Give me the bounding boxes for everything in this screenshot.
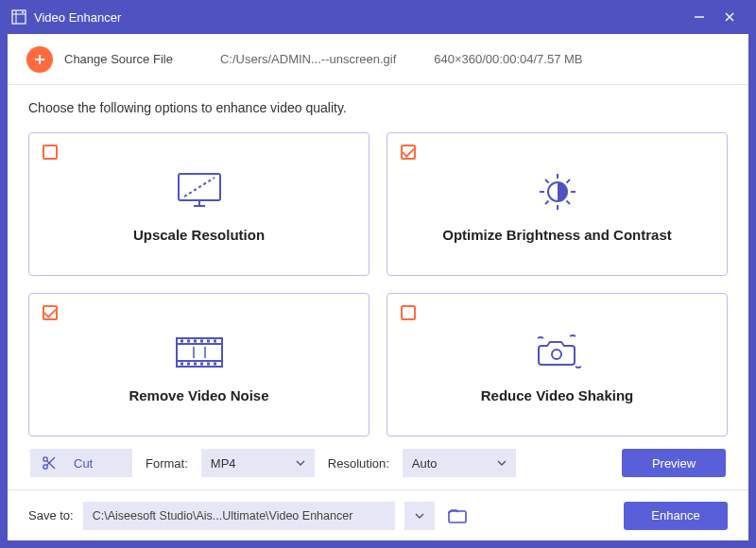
card-upscale-resolution[interactable]: Upscale Resolution — [28, 132, 369, 276]
svg-line-19 — [566, 200, 570, 204]
option-grid: Upscale Resolution Optimize Brightness a… — [28, 132, 728, 437]
save-path-dropdown[interactable] — [404, 502, 435, 530]
footer: Save to: C:\Aiseesoft Studio\Ais...Ultim… — [8, 489, 748, 540]
card-title: Remove Video Noise — [129, 387, 268, 403]
source-bar: Change Source File C:/Users/ADMIN...--un… — [8, 34, 748, 85]
content-area: Change Source File C:/Users/ADMIN...--un… — [8, 34, 748, 540]
enhance-button[interactable]: Enhance — [624, 502, 728, 530]
chevron-down-icon — [296, 460, 305, 466]
format-value: MP4 — [211, 456, 236, 471]
resolution-value: Auto — [412, 456, 438, 471]
add-source-button[interactable] — [26, 46, 53, 73]
card-title: Optimize Brightness and Contrast — [442, 227, 672, 243]
svg-rect-36 — [214, 362, 216, 365]
app-logo-icon — [11, 9, 26, 25]
svg-rect-34 — [200, 362, 203, 365]
svg-rect-30 — [214, 339, 216, 342]
open-folder-button[interactable] — [444, 503, 471, 529]
card-title: Upscale Resolution — [133, 227, 265, 243]
svg-rect-32 — [187, 362, 190, 365]
scissors-icon — [42, 455, 57, 471]
brightness-icon — [529, 166, 586, 217]
toolbar: Cut Format: MP4 Resolution: Auto — [28, 437, 728, 489]
card-remove-noise[interactable]: Remove Video Noise — [28, 293, 369, 437]
cut-label: Cut — [74, 456, 93, 471]
svg-line-10 — [184, 178, 215, 197]
format-label: Format: — [146, 456, 188, 471]
card-title: Reduce Video Shaking — [481, 387, 633, 403]
app-window: Video Enhancer Change Source File C:/Use… — [0, 0, 756, 548]
svg-rect-44 — [449, 511, 466, 522]
chevron-down-icon — [497, 460, 507, 466]
titlebar: Video Enhancer — [0, 0, 756, 34]
svg-line-18 — [545, 180, 549, 183]
svg-point-39 — [552, 350, 561, 359]
cut-button[interactable]: Cut — [30, 449, 132, 477]
camera-shake-icon — [528, 327, 587, 378]
svg-rect-27 — [194, 339, 197, 342]
checkbox-upscale[interactable] — [43, 145, 58, 160]
source-path: C:/Users/ADMIN...--unscreen.gif — [220, 52, 396, 66]
card-reduce-shaking[interactable]: Reduce Video Shaking — [387, 293, 728, 437]
checkbox-brightness[interactable] — [401, 145, 416, 160]
svg-rect-25 — [180, 339, 183, 342]
minimize-button[interactable] — [684, 2, 714, 32]
change-source-label[interactable]: Change Source File — [64, 52, 173, 66]
svg-point-3 — [22, 11, 24, 13]
close-button[interactable] — [714, 2, 745, 32]
preview-button[interactable]: Preview — [622, 449, 726, 477]
svg-rect-35 — [207, 362, 210, 365]
resolution-select[interactable]: Auto — [403, 449, 516, 477]
source-meta: 640×360/00:00:04/7.57 MB — [434, 52, 582, 66]
save-to-label: Save to: — [28, 508, 74, 522]
preview-label: Preview — [652, 456, 696, 471]
checkbox-shaking[interactable] — [401, 305, 416, 320]
svg-rect-26 — [187, 339, 190, 342]
resolution-label: Resolution: — [328, 456, 389, 471]
format-select[interactable]: MP4 — [201, 449, 315, 477]
monitor-icon — [171, 166, 228, 217]
svg-rect-31 — [180, 362, 183, 365]
svg-rect-28 — [200, 339, 203, 342]
window-title: Video Enhancer — [34, 10, 121, 25]
card-brightness-contrast[interactable]: Optimize Brightness and Contrast — [387, 132, 728, 276]
save-path-field[interactable]: C:\Aiseesoft Studio\Ais...Ultimate\Video… — [83, 502, 395, 530]
save-path-text: C:\Aiseesoft Studio\Ais...Ultimate\Video… — [93, 509, 353, 522]
svg-rect-33 — [194, 362, 197, 365]
svg-line-21 — [545, 200, 549, 204]
main-area: Choose the following options to enhance … — [8, 85, 748, 489]
prompt-text: Choose the following options to enhance … — [28, 100, 728, 115]
checkbox-noise[interactable] — [43, 305, 58, 320]
filmstrip-icon — [169, 327, 230, 378]
svg-rect-29 — [207, 339, 210, 342]
svg-line-20 — [566, 180, 570, 183]
enhance-label: Enhance — [651, 508, 699, 522]
